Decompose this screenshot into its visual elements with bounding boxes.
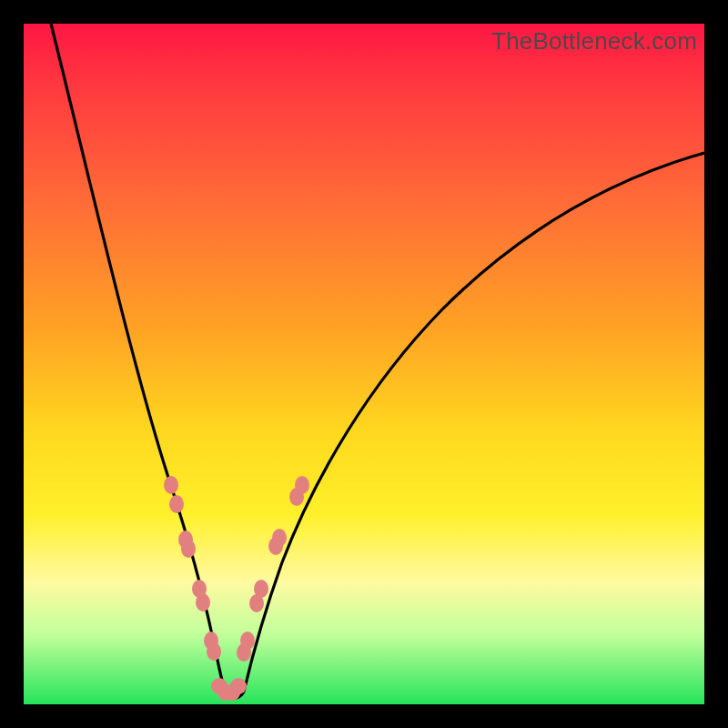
curve-right-branch — [244, 153, 704, 692]
marker-bead — [169, 495, 184, 513]
marker-bead — [181, 540, 196, 558]
marker-bead — [230, 678, 247, 694]
chart-frame: TheBottleneck.com — [0, 0, 728, 728]
marker-bead — [295, 476, 309, 494]
marker-bead — [254, 580, 268, 598]
chart-plot-area: TheBottleneck.com — [24, 24, 704, 704]
marker-bead — [272, 529, 287, 547]
marker-bead — [196, 593, 210, 612]
marker-bead — [164, 476, 178, 494]
marker-bead — [207, 642, 221, 661]
marker-bead — [240, 632, 255, 650]
bottleneck-curve — [24, 24, 704, 704]
